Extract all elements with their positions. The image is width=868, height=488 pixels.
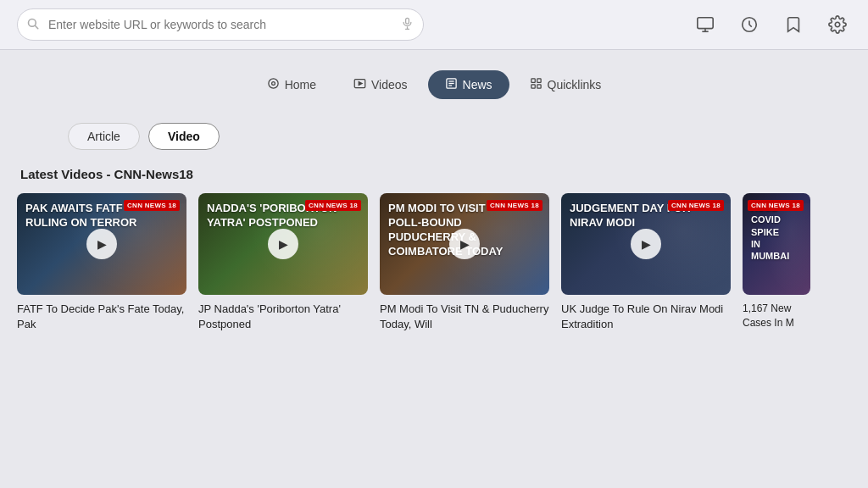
cnn-badge-2: CNN NEWS 18 — [305, 200, 361, 211]
top-bar — [0, 0, 868, 50]
svg-rect-2 — [406, 18, 409, 24]
tab-quicklinks[interactable]: Quicklinks — [513, 70, 619, 99]
cnn-badge-3: CNN NEWS 18 — [487, 200, 542, 211]
settings-icon[interactable] — [824, 11, 851, 38]
play-btn-1[interactable]: ▶ — [86, 229, 117, 259]
play-btn-2[interactable]: ▶ — [268, 229, 298, 259]
svg-rect-18 — [531, 79, 534, 82]
video-title-2: JP Nadda's 'Poriborton Yatra' Postponed — [198, 302, 368, 332]
video-card-5[interactable]: HUGE COVID SPIKE IN MUMBAI CNN NEWS 18 1… — [743, 193, 810, 332]
tab-quicklinks-label: Quicklinks — [548, 78, 602, 92]
svg-point-10 — [269, 79, 278, 88]
svg-rect-19 — [537, 79, 540, 82]
tab-videos[interactable]: Videos — [337, 70, 425, 99]
search-input[interactable] — [17, 8, 424, 41]
history-icon[interactable] — [736, 11, 763, 38]
video-thumbnail-4: JUDGEMENT DAY FOR NIRAV MODI CNN NEWS 18… — [561, 193, 731, 295]
tab-nav: Home Videos News — [17, 70, 851, 99]
tab-news[interactable]: News — [428, 70, 509, 99]
main-content: Home Videos News — [0, 50, 868, 352]
tab-news-label: News — [463, 78, 492, 92]
video-title-3: PM Modi To Visit TN & Puducherry Today, … — [380, 302, 549, 332]
video-card-1[interactable]: PAK AWAITS FATF RULING ON TERROR CNN NEW… — [17, 193, 186, 332]
svg-point-11 — [271, 82, 275, 86]
tab-home[interactable]: Home — [250, 70, 333, 99]
video-card-4[interactable]: JUDGEMENT DAY FOR NIRAV MODI CNN NEWS 18… — [561, 193, 731, 332]
section-title: Latest Videos - CNN-News18 — [17, 167, 851, 181]
video-title-1: FATF To Decide Pak's Fate Today, Pak — [17, 302, 186, 332]
video-thumbnail-1: PAK AWAITS FATF RULING ON TERROR CNN NEW… — [17, 193, 186, 295]
play-btn-3[interactable]: ▶ — [449, 229, 480, 259]
svg-point-9 — [835, 22, 840, 27]
video-title-4: UK Judge To Rule On Nirav Modi Extraditi… — [561, 302, 731, 332]
filter-article[interactable]: Article — [68, 123, 140, 150]
video-grid: PAK AWAITS FATF RULING ON TERROR CNN NEW… — [17, 193, 851, 336]
search-container — [17, 8, 424, 41]
filter-video[interactable]: Video — [148, 123, 220, 150]
top-bar-actions — [692, 11, 851, 38]
video-card-3[interactable]: PM MODI TO VISIT POLL-BOUND PUDUCHERRY &… — [380, 193, 549, 332]
video-thumbnail-2: NADDA'S 'PORIBORTON YATRA' POSTPONED CNN… — [198, 193, 368, 295]
video-thumbnail-5: HUGE COVID SPIKE IN MUMBAI CNN NEWS 18 — [743, 193, 810, 295]
cnn-badge-4: CNN NEWS 18 — [668, 200, 724, 211]
svg-rect-5 — [698, 18, 713, 29]
quicklinks-tab-icon — [530, 77, 542, 92]
cnn-badge-5: CNN NEWS 18 — [748, 200, 804, 211]
video-thumbnail-3: PM MODI TO VISIT POLL-BOUND PUDUCHERRY &… — [380, 193, 549, 295]
play-btn-4[interactable]: ▶ — [631, 229, 661, 259]
svg-marker-13 — [359, 82, 362, 86]
bookmark-icon[interactable] — [780, 11, 807, 38]
video-card-2[interactable]: NADDA'S 'PORIBORTON YATRA' POSTPONED CNN… — [198, 193, 368, 332]
video-title-5: 1,167 New Cases In M — [743, 302, 810, 330]
home-tab-icon — [267, 77, 280, 92]
svg-rect-21 — [537, 85, 540, 88]
tab-home-label: Home — [285, 78, 316, 92]
tab-videos-label: Videos — [371, 78, 408, 92]
news-tab-icon — [445, 77, 458, 92]
tabs-icon[interactable] — [692, 11, 719, 38]
mic-icon[interactable] — [401, 17, 414, 32]
filter-row: Article Video — [17, 123, 851, 150]
svg-rect-20 — [531, 85, 534, 88]
videos-tab-icon — [353, 77, 366, 92]
cnn-badge-1: CNN NEWS 18 — [124, 200, 180, 211]
